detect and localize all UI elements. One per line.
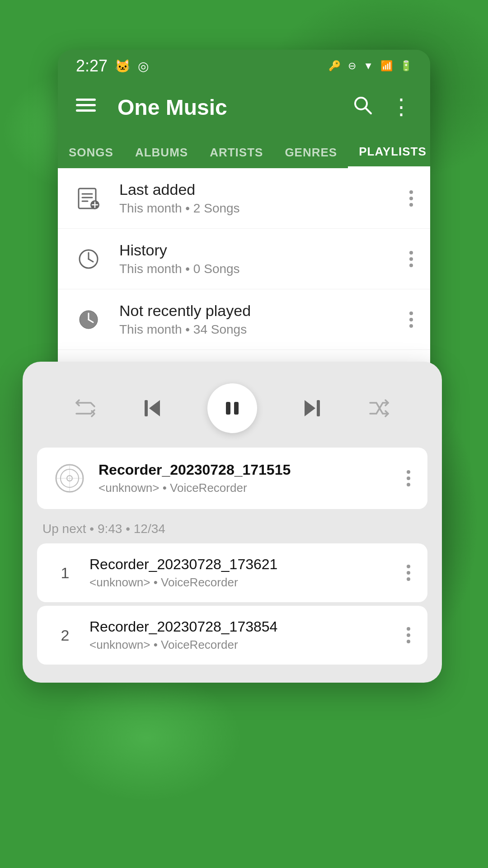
tab-artists[interactable]: ARTISTS: [199, 137, 274, 168]
queue-track-name-1: Recorder_20230728_173621: [89, 556, 404, 573]
playlist-more-history[interactable]: [407, 247, 416, 271]
tab-bar: SONGS ALBUMS ARTISTS GENRES PLAYLISTS: [58, 132, 430, 168]
queue-item-2[interactable]: 2 Recorder_20230728_173854 <unknown> • V…: [37, 606, 427, 665]
signal-icon: 📶: [380, 60, 393, 72]
svg-line-14: [89, 259, 93, 262]
now-playing-info: Recorder_20230728_171515 <unknown> • Voi…: [99, 462, 404, 495]
queue-number-2: 2: [52, 627, 79, 644]
queue-meta-1: <unknown> • VoiceRecorder: [89, 576, 404, 590]
playlist-name: History: [119, 241, 407, 259]
queue-info-1: Recorder_20230728_173621 <unknown> • Voi…: [89, 556, 404, 590]
svg-rect-24: [317, 400, 320, 416]
status-time: 2:27: [76, 57, 108, 75]
search-button[interactable]: [349, 91, 376, 123]
app-bar: One Music ⋮: [58, 82, 430, 132]
queue-number-1: 1: [52, 564, 79, 582]
now-playing-card[interactable]: Recorder_20230728_171515 <unknown> • Voi…: [37, 448, 427, 509]
playlist-info-last-added: Last added This month • 2 Songs: [119, 181, 407, 216]
last-added-icon: [72, 182, 105, 215]
playlist-info-not-recently-played: Not recently played This month • 34 Song…: [119, 302, 407, 337]
playlist-item-history[interactable]: History This month • 0 Songs: [58, 229, 430, 289]
app-title: One Music: [117, 95, 338, 120]
wifi-icon: ▼: [363, 60, 373, 72]
tab-songs[interactable]: SONGS: [58, 137, 124, 168]
app-window: 2:27 🐱 ◎ 🔑 ⊖ ▼ 📶 🔋 One Music: [58, 50, 430, 410]
minus-circle-icon: ⊖: [348, 60, 356, 72]
now-playing-meta: <unknown> • VoiceRecorder: [99, 481, 404, 495]
history-icon: [72, 243, 105, 275]
tab-genres[interactable]: GENRES: [274, 137, 348, 168]
circle-icon: ◎: [138, 59, 149, 74]
menu-button[interactable]: [72, 91, 99, 123]
tab-albums[interactable]: ALBUMS: [124, 137, 199, 168]
playlist-name: Not recently played: [119, 302, 407, 320]
pause-button[interactable]: [207, 383, 257, 433]
svg-marker-19: [149, 400, 160, 416]
svg-rect-21: [226, 402, 230, 415]
queue-meta-2: <unknown> • VoiceRecorder: [89, 638, 404, 652]
queue-track-name-2: Recorder_20230728_173854: [89, 618, 404, 635]
up-next-header: Up next • 9:43 • 12/34: [37, 513, 427, 543]
player-controls: [37, 376, 427, 448]
svg-rect-2: [76, 109, 96, 112]
playlist-meta: This month • 0 Songs: [119, 262, 407, 276]
playlist-more-not-recently-played[interactable]: [407, 308, 416, 331]
playlist-item-not-recently-played[interactable]: Not recently played This month • 34 Song…: [58, 289, 430, 350]
queue-more-2[interactable]: [404, 623, 413, 647]
next-button[interactable]: [299, 396, 324, 421]
playlist-item-last-added[interactable]: Last added This month • 2 Songs: [58, 168, 430, 229]
disc-icon: [52, 460, 88, 496]
repeat-button[interactable]: [73, 396, 98, 421]
prev-button[interactable]: [140, 396, 165, 421]
more-options-button[interactable]: ⋮: [387, 93, 416, 122]
not-recently-played-icon: [72, 303, 105, 336]
key-icon: 🔑: [328, 60, 341, 72]
status-bar: 2:27 🐱 ◎ 🔑 ⊖ ▼ 📶 🔋: [58, 50, 430, 82]
playlist-name: Last added: [119, 181, 407, 198]
playlist-meta: This month • 2 Songs: [119, 201, 407, 216]
shuffle-button[interactable]: [366, 396, 392, 421]
now-playing-title: Recorder_20230728_171515: [99, 462, 404, 478]
status-right: 🔑 ⊖ ▼ 📶 🔋: [328, 60, 412, 72]
player-panel: Recorder_20230728_171515 <unknown> • Voi…: [23, 362, 442, 683]
playlist-meta: This month • 34 Songs: [119, 322, 407, 337]
svg-rect-20: [145, 400, 148, 416]
svg-rect-1: [76, 104, 96, 106]
svg-line-4: [366, 108, 371, 113]
queue-more-1[interactable]: [404, 561, 413, 585]
status-left: 2:27 🐱 ◎: [76, 57, 149, 75]
queue-item-1[interactable]: 1 Recorder_20230728_173621 <unknown> • V…: [37, 543, 427, 602]
svg-marker-23: [305, 400, 315, 416]
queue-info-2: Recorder_20230728_173854 <unknown> • Voi…: [89, 618, 404, 652]
svg-rect-22: [234, 402, 239, 415]
now-playing-more[interactable]: [404, 467, 413, 490]
battery-icon: 🔋: [400, 60, 412, 72]
playlist-info-history: History This month • 0 Songs: [119, 241, 407, 276]
playlist-more-last-added[interactable]: [407, 187, 416, 210]
tab-playlists[interactable]: PLAYLISTS: [348, 137, 430, 168]
svg-rect-0: [76, 99, 96, 101]
cat-icon: 🐱: [115, 59, 131, 74]
